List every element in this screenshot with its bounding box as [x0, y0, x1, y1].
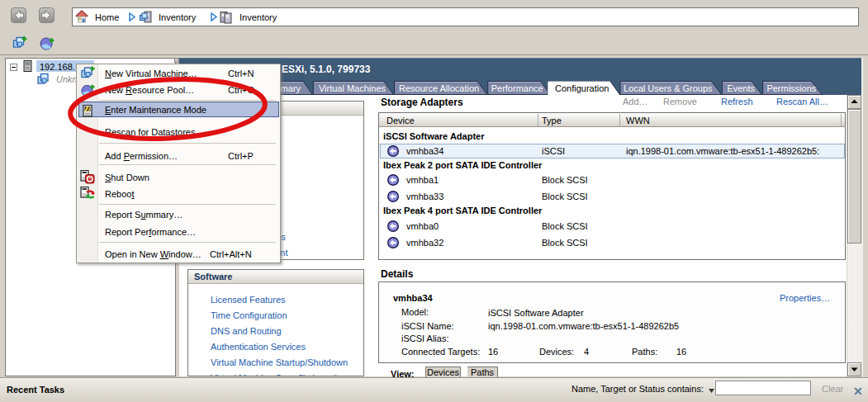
svg-text:Performance: Performance: [491, 83, 543, 93]
svg-text:Events: Events: [727, 83, 755, 93]
svg-text:Virtual Machines: Virtual Machines: [319, 83, 387, 93]
svg-text:Resource Allocation: Resource Allocation: [399, 83, 479, 93]
svg-text:Permissions: Permissions: [766, 83, 816, 93]
svg-text:Configuration: Configuration: [555, 83, 609, 93]
svg-text:Local Users & Groups: Local Users & Groups: [624, 83, 713, 93]
